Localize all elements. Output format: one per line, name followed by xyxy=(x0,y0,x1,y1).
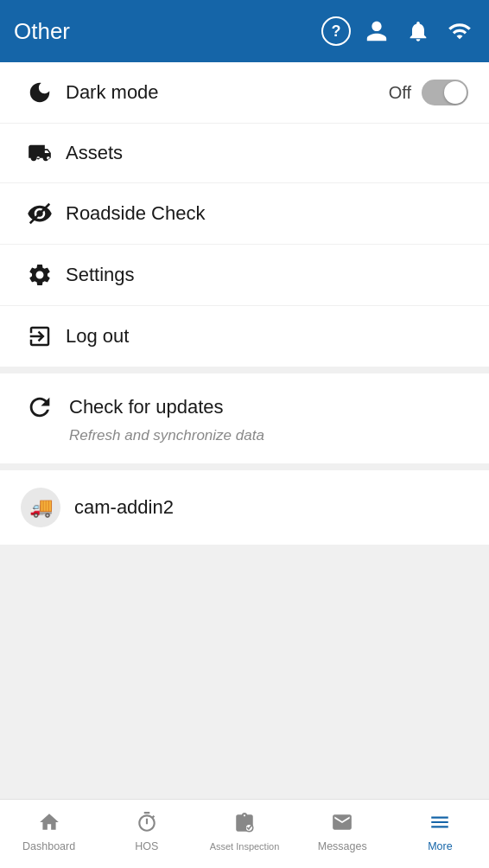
mail-icon xyxy=(331,811,353,837)
home-icon xyxy=(38,811,60,837)
nav-item-asset-inspection[interactable]: Asset Inspection xyxy=(195,800,293,868)
toggle-knob xyxy=(444,81,467,104)
dark-mode-toggle-area[interactable]: Off xyxy=(389,80,468,105)
nav-item-dashboard[interactable]: Dashboard xyxy=(0,800,98,868)
toggle-off-label: Off xyxy=(389,83,411,103)
logout-label: Log out xyxy=(66,325,468,348)
moon-icon xyxy=(21,80,59,105)
bell-icon[interactable] xyxy=(403,16,434,47)
header: Other ? xyxy=(0,0,489,62)
nav-label-dashboard: Dashboard xyxy=(22,840,75,853)
assets-label: Assets xyxy=(66,142,468,164)
gear-icon xyxy=(21,262,59,288)
roadside-check-item[interactable]: Roadside Check xyxy=(0,183,489,245)
dark-mode-label: Dark mode xyxy=(66,81,389,104)
help-icon[interactable]: ? xyxy=(321,16,351,46)
nav-label-messages: Messages xyxy=(318,840,367,853)
timer-icon xyxy=(136,811,158,837)
roadside-check-label: Roadside Check xyxy=(66,202,468,225)
content-area: Dark mode Off Assets Roadsid xyxy=(0,62,489,799)
dark-mode-toggle[interactable] xyxy=(422,80,468,105)
roadside-icon xyxy=(21,201,59,227)
settings-item[interactable]: Settings xyxy=(0,245,489,306)
wifi-icon[interactable] xyxy=(444,16,475,47)
update-main: Check for updates xyxy=(21,393,468,422)
user-name: cam-addin2 xyxy=(74,496,174,519)
logout-icon xyxy=(21,323,59,349)
menu-card: Dark mode Off Assets Roadsid xyxy=(0,62,489,367)
avatar: 🚚 xyxy=(21,488,60,527)
nav-item-hos[interactable]: HOS xyxy=(98,800,195,868)
truck-icon xyxy=(21,141,59,165)
update-section[interactable]: Check for updates Refresh and synchroniz… xyxy=(0,373,489,463)
bottom-nav: Dashboard HOS Asset Inspection Messages … xyxy=(0,799,489,868)
person-icon[interactable] xyxy=(361,16,392,47)
user-section[interactable]: 🚚 cam-addin2 xyxy=(0,470,489,545)
update-title: Check for updates xyxy=(69,396,224,418)
nav-item-more[interactable]: More xyxy=(391,800,489,868)
menu-icon xyxy=(429,811,451,837)
avatar-truck: 🚚 xyxy=(29,496,53,519)
nav-item-messages[interactable]: Messages xyxy=(294,800,391,868)
settings-label: Settings xyxy=(66,264,468,286)
logout-item[interactable]: Log out xyxy=(0,306,489,367)
assets-item[interactable]: Assets xyxy=(0,124,489,183)
page-title: Other xyxy=(14,18,311,45)
dark-mode-item[interactable]: Dark mode Off xyxy=(0,62,489,124)
nav-label-asset-inspection: Asset Inspection xyxy=(210,841,280,852)
update-subtitle: Refresh and synchronize data xyxy=(21,427,468,444)
nav-label-hos: HOS xyxy=(135,840,158,853)
nav-label-more: More xyxy=(428,840,452,853)
clipboard-check-icon xyxy=(233,812,256,838)
refresh-icon xyxy=(21,393,59,422)
